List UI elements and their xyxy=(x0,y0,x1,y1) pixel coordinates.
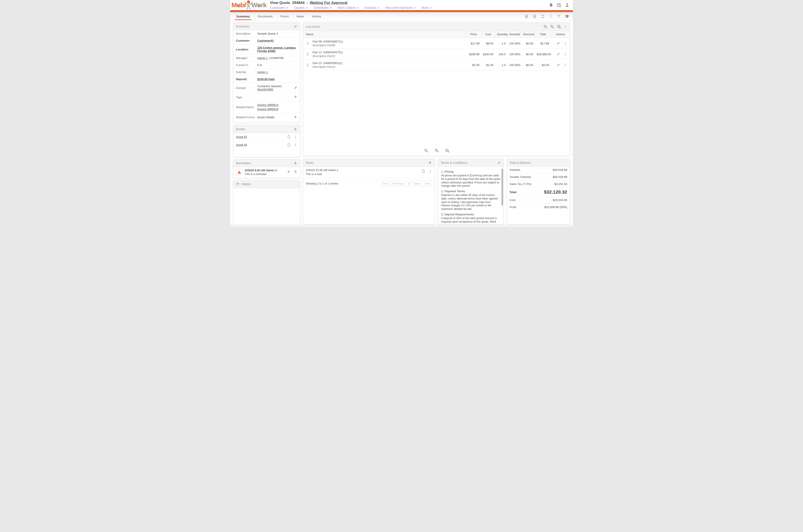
terms-scrollbar[interactable] xyxy=(501,169,503,206)
contact-phone-link[interactable]: 5614447895 xyxy=(257,88,273,91)
line-item-row: Part 08 (04900089721) Description Part08… xyxy=(303,38,570,49)
edit-terms-pencil-icon[interactable] xyxy=(497,161,501,165)
asset-link[interactable]: Asset 44 xyxy=(236,143,247,147)
col-invoiced[interactable]: Invoiced xyxy=(508,31,521,38)
nav-invoices[interactable]: Invoices xyxy=(365,6,380,10)
nav-recurrent-services[interactable]: Recurrent Services xyxy=(385,6,416,10)
drag-handle-icon[interactable] xyxy=(306,52,310,56)
nav-customers[interactable]: Customers xyxy=(270,6,288,10)
history-panel-title: History xyxy=(242,182,251,186)
col-total[interactable]: Total xyxy=(535,31,551,38)
edit-contact-pencil-icon[interactable] xyxy=(294,86,297,89)
tab-documents[interactable]: Documents xyxy=(258,12,273,21)
deposit-link[interactable]: $100.00 Paid xyxy=(257,77,274,81)
document-preview-icon[interactable] xyxy=(524,14,529,19)
drag-handle-icon[interactable] xyxy=(306,41,310,45)
summary-panel-title: Summary xyxy=(236,25,249,28)
note-kebab-icon[interactable] xyxy=(428,169,432,173)
tab-notes[interactable]: Notes xyxy=(297,12,304,21)
related-form-name: Quote Details xyxy=(257,116,293,119)
tools-add-icon[interactable] xyxy=(434,148,439,153)
nav-more[interactable]: More xyxy=(422,6,432,10)
related-invoice-link[interactable]: Invoice 3995618 xyxy=(257,107,297,111)
mobiwork-logo[interactable]: Mobi Work xyxy=(231,0,267,10)
line-item-code: (04900000751) xyxy=(323,51,343,54)
line-items-kebab-icon[interactable] xyxy=(563,25,567,28)
line-item-row: Part 13 (04900090311) Description Part13… xyxy=(303,60,570,71)
nav-schedules[interactable]: Schedules xyxy=(313,6,332,10)
asset-kebab-icon[interactable] xyxy=(294,135,297,139)
gear-add-icon[interactable] xyxy=(543,24,547,28)
line-item-code: (04900089721) xyxy=(323,40,343,43)
drag-handle-icon[interactable] xyxy=(306,63,310,67)
chevron-down-icon xyxy=(430,7,432,8)
edit-line-item-pencil-icon[interactable] xyxy=(557,52,560,56)
add-asset-plus-icon[interactable] xyxy=(293,127,297,131)
terms-section-body: All prices are quoted in [Currency] and … xyxy=(441,174,500,188)
pagination-previous-button[interactable]: Previous xyxy=(390,181,406,187)
col-quantity[interactable]: Quantity xyxy=(495,31,508,38)
add-tag-plus-icon[interactable] xyxy=(293,95,297,99)
related-invoice-link[interactable]: Invoice 3995614 xyxy=(257,103,297,107)
reminder-timestamp: 5/30/25 8:00 AM Admin 1: xyxy=(245,169,278,172)
col-discount[interactable]: Discount xyxy=(521,31,535,38)
sold-by-link[interactable]: Admin 1 xyxy=(257,71,268,74)
user-icon[interactable] xyxy=(565,3,570,7)
edit-line-item-pencil-icon[interactable] xyxy=(557,42,560,45)
line-item-kebab-icon[interactable] xyxy=(563,42,567,45)
header-divider xyxy=(268,1,268,9)
line-item-kebab-icon[interactable] xyxy=(563,52,567,56)
total-balance-panel-title: Total & Balance xyxy=(510,161,531,165)
chevron-down-icon xyxy=(378,7,380,8)
add-related-form-plus-icon[interactable] xyxy=(293,115,297,119)
bell-icon[interactable] xyxy=(549,3,553,7)
quote-status-link[interactable]: Waiting For Approval xyxy=(310,1,347,5)
summary-row-expiration: Expiration Date: 6/6/25 xyxy=(233,121,300,123)
terms-section-body: A deposit of 25% of the total quoted amo… xyxy=(441,217,500,224)
pagination-last-button[interactable]: Last xyxy=(422,181,432,187)
assets-panel: Assets Asset 52 Asset 44 xyxy=(233,125,300,157)
columns-add-icon[interactable] xyxy=(445,148,449,153)
pdf-icon[interactable] xyxy=(533,14,537,19)
col-price[interactable]: Price xyxy=(466,31,481,38)
tools-add-icon[interactable] xyxy=(550,24,554,28)
add-note-plus-icon[interactable] xyxy=(428,161,432,165)
edit-reminder-pencil-icon[interactable] xyxy=(287,170,290,173)
location-link[interactable]: 125 Croton avenue, Lantana, Florida 3346… xyxy=(257,46,296,53)
open-history-expand-icon[interactable] xyxy=(236,182,240,186)
asset-file-icon[interactable] xyxy=(287,135,291,139)
calendar-clock-icon[interactable] xyxy=(557,3,561,8)
nav-quotes[interactable]: Quotes xyxy=(294,6,308,10)
add-reminder-plus-icon[interactable] xyxy=(293,161,297,165)
refresh-icon[interactable] xyxy=(541,14,545,19)
asset-file-icon[interactable] xyxy=(287,143,291,147)
customer-link[interactable]: Customer41 xyxy=(257,39,274,42)
notes-panel-title: Notes xyxy=(306,161,314,165)
col-name[interactable]: Name xyxy=(303,31,466,38)
asset-kebab-icon[interactable] xyxy=(294,143,297,147)
manager-link[interactable]: Admin 1 xyxy=(257,56,268,60)
nav-work-orders[interactable]: Work Orders xyxy=(338,6,359,10)
note-file-icon[interactable] xyxy=(422,169,425,173)
training-icon[interactable] xyxy=(565,14,569,19)
summary-panel: Summary Description: Sample Quote 3 Cust… xyxy=(233,22,300,123)
col-cost[interactable]: Cost xyxy=(481,31,495,38)
page-title: View Quote 294844 - Waiting For Approval xyxy=(270,1,432,5)
pagination-next-button[interactable]: Next xyxy=(412,181,422,187)
asset-link[interactable]: Asset 52 xyxy=(236,135,247,138)
pagination-first-button[interactable]: First xyxy=(380,181,390,187)
tab-summary[interactable]: Summary xyxy=(236,12,250,21)
pagination-page-button[interactable]: 1 xyxy=(406,181,412,187)
columns-add-icon[interactable] xyxy=(557,24,561,28)
edit-line-item-pencil-icon[interactable] xyxy=(557,63,560,67)
tab-history[interactable]: History xyxy=(312,12,321,21)
summary-row-related-forms: Related Forms: Quote Details xyxy=(233,113,300,121)
tab-forms[interactable]: Forms xyxy=(280,12,289,21)
gear-add-icon[interactable] xyxy=(424,148,428,153)
help-icon[interactable] xyxy=(557,14,561,19)
edit-summary-pencil-icon[interactable] xyxy=(294,25,297,28)
page-bottom-strip xyxy=(230,225,573,227)
kebab-icon[interactable] xyxy=(549,15,553,18)
delete-reminder-trash-icon[interactable] xyxy=(294,170,297,173)
line-item-kebab-icon[interactable] xyxy=(563,63,567,67)
